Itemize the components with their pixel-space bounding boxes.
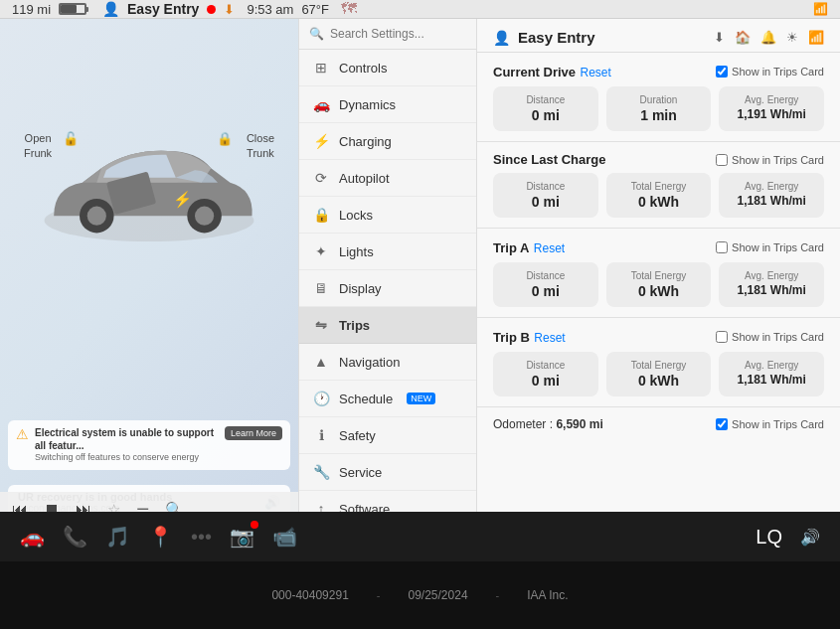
schedule-icon: 🕐 bbox=[313, 391, 329, 406]
trip-a-checkbox[interactable] bbox=[716, 241, 728, 253]
current-drive-energy-label: Avg. Energy bbox=[731, 94, 812, 105]
music-taskbar-icon[interactable]: 🎵 bbox=[105, 525, 130, 549]
dashcam-taskbar-icon[interactable]: 📹 bbox=[272, 525, 297, 549]
slc-distance-label: Distance bbox=[505, 181, 587, 192]
trips-panel: 👤 Easy Entry ⬇ 🏠 🔔 ☀ 📶 Current Drive Res… bbox=[477, 19, 840, 528]
lights-icon: ✦ bbox=[313, 243, 329, 259]
safety-icon: ℹ bbox=[313, 427, 329, 443]
locks-label: Locks bbox=[339, 208, 373, 223]
download-status-icon: ⬇ bbox=[224, 2, 235, 17]
trip-a-distance-value: 0 mi bbox=[505, 283, 587, 299]
menu-item-navigation[interactable]: ▲ Navigation bbox=[299, 344, 476, 381]
since-last-charge-section: Since Last Charge Show in Trips Card Dis… bbox=[477, 142, 840, 229]
phone-taskbar-icon[interactable]: 📞 bbox=[63, 525, 87, 549]
trip-a-reset-button[interactable]: Reset bbox=[534, 241, 565, 255]
trip-a-avg-energy-label: Avg. Energy bbox=[731, 270, 812, 281]
charging-label: Charging bbox=[339, 134, 392, 149]
company-name: IAA Inc. bbox=[527, 588, 568, 602]
trip-a-avg-energy-card: Avg. Energy 1,181 Wh/mi bbox=[719, 262, 824, 307]
menu-item-autopilot[interactable]: ⟳ Autopilot bbox=[299, 160, 476, 197]
car-image-area: Open Frunk 🔓 Close Trunk 🔒 bbox=[0, 19, 298, 528]
new-badge: NEW bbox=[407, 393, 435, 404]
menu-item-trips[interactable]: ⇋ Trips bbox=[299, 307, 476, 344]
menu-item-schedule[interactable]: 🕐 Schedule NEW bbox=[299, 381, 476, 417]
trip-a-show-trips[interactable]: Show in Trips Card bbox=[716, 241, 824, 253]
trip-a-total-energy-card: Total Energy 0 kWh bbox=[606, 262, 712, 307]
car-taskbar-icon[interactable]: 🚗 bbox=[20, 525, 45, 549]
odometer-checkbox[interactable] bbox=[716, 418, 728, 430]
trip-b-reset-button[interactable]: Reset bbox=[534, 331, 565, 345]
menu-item-display[interactable]: 🖥 Display bbox=[299, 270, 476, 307]
menu-item-lights[interactable]: ✦ Lights bbox=[299, 234, 476, 270]
menu-item-controls[interactable]: ⊞ Controls bbox=[299, 50, 476, 86]
current-drive-show-trips[interactable]: Show in Trips Card bbox=[716, 66, 824, 78]
trip-b-show-trips[interactable]: Show in Trips Card bbox=[716, 331, 824, 343]
odometer-show-trips[interactable]: Show in Trips Card bbox=[716, 418, 824, 430]
trip-b-total-energy-card: Total Energy 0 kWh bbox=[606, 352, 712, 396]
trip-b-distance-card: Distance 0 mi bbox=[493, 352, 598, 396]
trip-b-checkbox[interactable] bbox=[716, 331, 728, 343]
since-last-charge-show-trips[interactable]: Show in Trips Card bbox=[716, 154, 824, 166]
odometer-label: Odometer : bbox=[493, 417, 553, 431]
trips-icon: ⇋ bbox=[313, 317, 329, 333]
since-last-charge-title: Since Last Charge bbox=[493, 152, 605, 167]
slc-avg-energy-card: Avg. Energy 1,181 Wh/mi bbox=[719, 173, 824, 218]
current-drive-energy-card: Avg. Energy 1,191 Wh/mi bbox=[719, 86, 824, 131]
sun-icon[interactable]: ☀ bbox=[786, 30, 798, 45]
trip-a-title: Trip A bbox=[493, 240, 529, 255]
dots-taskbar-icon[interactable]: ••• bbox=[191, 526, 212, 549]
service-icon: 🔧 bbox=[313, 464, 329, 480]
download-icon[interactable]: ⬇ bbox=[714, 30, 725, 45]
display-label: Display bbox=[339, 281, 382, 296]
trip-b-section: Trip B Reset Show in Trips Card Distance… bbox=[477, 318, 840, 407]
charging-icon: ⚡ bbox=[313, 133, 329, 149]
menu-item-locks[interactable]: 🔒 Locks bbox=[299, 197, 476, 234]
current-drive-checkbox[interactable] bbox=[716, 66, 728, 78]
trip-a-section: Trip A Reset Show in Trips Card Distance… bbox=[477, 229, 840, 318]
since-last-charge-checkbox[interactable] bbox=[716, 154, 728, 166]
menu-item-service[interactable]: 🔧 Service bbox=[299, 454, 476, 491]
temp-display: 67°F bbox=[301, 2, 329, 17]
current-drive-duration-value: 1 min bbox=[618, 107, 700, 123]
current-drive-section: Current Drive Reset Show in Trips Card D… bbox=[477, 53, 840, 142]
home-icon[interactable]: 🏠 bbox=[735, 30, 751, 45]
wifi-icon: 📶 bbox=[813, 2, 828, 16]
menu-item-safety[interactable]: ℹ Safety bbox=[299, 417, 476, 454]
schedule-label: Schedule bbox=[339, 392, 393, 406]
odometer-row: Odometer : 6,590 mi Show in Trips Card bbox=[477, 407, 840, 441]
trip-a-distance-card: Distance 0 mi bbox=[493, 262, 598, 307]
auction-id: 000-40409291 bbox=[271, 588, 348, 602]
battery-display bbox=[59, 3, 86, 15]
trip-b-stats: Distance 0 mi Total Energy 0 kWh Avg. En… bbox=[493, 352, 824, 396]
current-drive-header: Current Drive Reset Show in Trips Card bbox=[493, 63, 824, 80]
trip-a-stats: Distance 0 mi Total Energy 0 kWh Avg. En… bbox=[493, 262, 824, 307]
menu-item-dynamics[interactable]: 🚗 Dynamics bbox=[299, 86, 476, 123]
dynamics-label: Dynamics bbox=[339, 97, 396, 112]
warning-box: ⚠ Electrical system is unable to support… bbox=[8, 420, 290, 470]
search-input[interactable] bbox=[330, 27, 466, 41]
trip-b-title: Trip B bbox=[493, 330, 530, 345]
current-drive-stats: Distance 0 mi Duration 1 min Avg. Energy… bbox=[493, 86, 824, 131]
camera-taskbar-icon[interactable]: 📷 bbox=[230, 525, 254, 549]
learn-more-button[interactable]: Learn More bbox=[225, 426, 282, 440]
slc-energy-card: Total Energy 0 kWh bbox=[606, 173, 712, 218]
location-taskbar-icon[interactable]: 📍 bbox=[148, 525, 173, 549]
navigation-label: Navigation bbox=[339, 355, 400, 370]
dynamics-icon: 🚗 bbox=[313, 96, 329, 112]
volume-taskbar-icon[interactable]: 🔊 bbox=[800, 528, 820, 547]
safety-label: Safety bbox=[339, 428, 376, 443]
slc-avg-energy-value: 1,181 Wh/mi bbox=[731, 194, 812, 208]
navigation-icon: ▲ bbox=[313, 354, 329, 370]
map-icon: 🗺 bbox=[341, 0, 357, 18]
svg-point-3 bbox=[87, 207, 106, 226]
bell-icon[interactable]: 🔔 bbox=[760, 30, 776, 45]
autopilot-label: Autopilot bbox=[339, 171, 390, 186]
lq-display: LQ bbox=[756, 526, 782, 549]
current-drive-distance-card: Distance 0 mi bbox=[493, 86, 598, 131]
menu-item-charging[interactable]: ⚡ Charging bbox=[299, 123, 476, 160]
current-drive-duration-label: Duration bbox=[618, 94, 700, 105]
current-drive-reset-button[interactable]: Reset bbox=[581, 66, 611, 79]
right-panel-title: Easy Entry bbox=[518, 29, 595, 46]
since-last-charge-header: Since Last Charge Show in Trips Card bbox=[493, 152, 824, 167]
svg-text:⚡: ⚡ bbox=[173, 190, 193, 209]
